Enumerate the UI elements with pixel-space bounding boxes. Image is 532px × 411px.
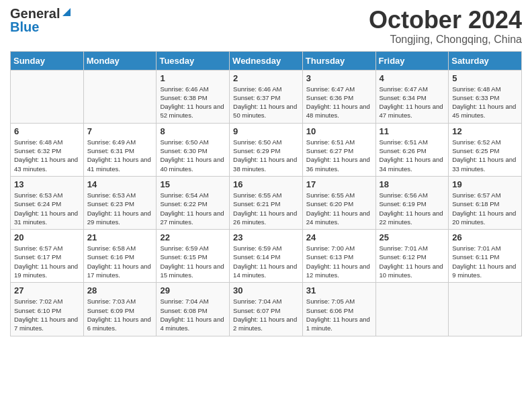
calendar-cell [83, 70, 157, 123]
logo-icon [61, 7, 72, 17]
month-title: October 2024 [369, 7, 522, 34]
weekday-header-saturday: Saturday [449, 51, 522, 70]
day-number: 6 [14, 126, 80, 136]
calendar-cell: 19Sunrise: 6:57 AM Sunset: 6:18 PM Dayli… [449, 176, 522, 229]
day-number: 11 [380, 126, 445, 136]
calendar-cell: 15Sunrise: 6:54 AM Sunset: 6:22 PM Dayli… [157, 176, 230, 229]
calendar-cell: 7Sunrise: 6:49 AM Sunset: 6:31 PM Daylig… [83, 123, 157, 176]
calendar-cell: 22Sunrise: 6:59 AM Sunset: 6:15 PM Dayli… [157, 230, 230, 283]
day-info: Sunrise: 6:50 AM Sunset: 6:30 PM Dayligh… [160, 138, 226, 173]
calendar-cell: 18Sunrise: 6:56 AM Sunset: 6:19 PM Dayli… [375, 176, 449, 229]
calendar-header-row: SundayMondayTuesdayWednesdayThursdayFrid… [11, 51, 522, 70]
day-info: Sunrise: 7:00 AM Sunset: 6:13 PM Dayligh… [306, 244, 372, 279]
calendar-cell: 29Sunrise: 7:04 AM Sunset: 6:08 PM Dayli… [157, 283, 230, 336]
calendar-cell [449, 283, 522, 336]
day-info: Sunrise: 6:55 AM Sunset: 6:21 PM Dayligh… [233, 191, 299, 226]
calendar-cell: 26Sunrise: 7:01 AM Sunset: 6:11 PM Dayli… [449, 230, 522, 283]
day-number: 3 [306, 73, 372, 83]
calendar-table: SundayMondayTuesdayWednesdayThursdayFrid… [10, 51, 522, 336]
day-number: 30 [233, 285, 299, 295]
day-info: Sunrise: 6:53 AM Sunset: 6:24 PM Dayligh… [14, 191, 80, 226]
day-info: Sunrise: 6:51 AM Sunset: 6:26 PM Dayligh… [380, 138, 445, 173]
day-number: 14 [87, 179, 153, 189]
calendar-cell: 23Sunrise: 6:59 AM Sunset: 6:14 PM Dayli… [230, 230, 303, 283]
day-info: Sunrise: 7:05 AM Sunset: 6:06 PM Dayligh… [306, 297, 372, 332]
weekday-header-tuesday: Tuesday [157, 51, 230, 70]
weekday-header-thursday: Thursday [302, 51, 375, 70]
calendar-cell: 1Sunrise: 6:46 AM Sunset: 6:38 PM Daylig… [157, 70, 230, 123]
day-number: 25 [380, 232, 445, 242]
day-number: 18 [380, 179, 445, 189]
calendar-cell: 4Sunrise: 6:47 AM Sunset: 6:34 PM Daylig… [375, 70, 449, 123]
calendar-cell: 10Sunrise: 6:51 AM Sunset: 6:27 PM Dayli… [302, 123, 375, 176]
svg-marker-0 [62, 8, 71, 16]
day-info: Sunrise: 6:48 AM Sunset: 6:32 PM Dayligh… [14, 138, 80, 173]
day-info: Sunrise: 6:54 AM Sunset: 6:22 PM Dayligh… [160, 191, 226, 226]
calendar-cell: 5Sunrise: 6:48 AM Sunset: 6:33 PM Daylig… [449, 70, 522, 123]
day-number: 17 [306, 179, 372, 189]
day-number: 12 [452, 126, 518, 136]
day-info: Sunrise: 6:52 AM Sunset: 6:25 PM Dayligh… [452, 138, 518, 173]
calendar-week-row: 1Sunrise: 6:46 AM Sunset: 6:38 PM Daylig… [11, 70, 522, 123]
calendar-week-row: 6Sunrise: 6:48 AM Sunset: 6:32 PM Daylig… [11, 123, 522, 176]
day-info: Sunrise: 7:02 AM Sunset: 6:10 PM Dayligh… [14, 297, 80, 332]
calendar-cell: 2Sunrise: 6:46 AM Sunset: 6:37 PM Daylig… [230, 70, 303, 123]
day-number: 29 [160, 285, 226, 295]
day-number: 21 [87, 232, 153, 242]
calendar-cell: 28Sunrise: 7:03 AM Sunset: 6:09 PM Dayli… [83, 283, 157, 336]
day-info: Sunrise: 6:57 AM Sunset: 6:17 PM Dayligh… [14, 244, 80, 279]
calendar-cell: 16Sunrise: 6:55 AM Sunset: 6:21 PM Dayli… [230, 176, 303, 229]
calendar-cell: 27Sunrise: 7:02 AM Sunset: 6:10 PM Dayli… [11, 283, 84, 336]
calendar-cell: 13Sunrise: 6:53 AM Sunset: 6:24 PM Dayli… [11, 176, 84, 229]
day-info: Sunrise: 6:59 AM Sunset: 6:14 PM Dayligh… [233, 244, 299, 279]
calendar-cell [11, 70, 84, 123]
day-info: Sunrise: 6:51 AM Sunset: 6:27 PM Dayligh… [306, 138, 372, 173]
day-info: Sunrise: 6:56 AM Sunset: 6:19 PM Dayligh… [380, 191, 445, 226]
day-number: 15 [160, 179, 226, 189]
day-number: 28 [87, 285, 153, 295]
day-info: Sunrise: 6:46 AM Sunset: 6:38 PM Dayligh… [160, 85, 226, 120]
calendar-cell [375, 283, 449, 336]
calendar-cell: 24Sunrise: 7:00 AM Sunset: 6:13 PM Dayli… [302, 230, 375, 283]
day-number: 20 [14, 232, 80, 242]
page-container: General Blue October 2024 Tongjing, Chon… [0, 0, 532, 347]
day-info: Sunrise: 7:01 AM Sunset: 6:11 PM Dayligh… [452, 244, 518, 279]
day-info: Sunrise: 6:50 AM Sunset: 6:29 PM Dayligh… [233, 138, 299, 173]
day-number: 2 [233, 73, 299, 83]
day-number: 9 [233, 126, 299, 136]
calendar-cell: 17Sunrise: 6:55 AM Sunset: 6:20 PM Dayli… [302, 176, 375, 229]
day-info: Sunrise: 6:57 AM Sunset: 6:18 PM Dayligh… [452, 191, 518, 226]
day-info: Sunrise: 6:48 AM Sunset: 6:33 PM Dayligh… [452, 85, 518, 120]
day-number: 27 [14, 285, 80, 295]
location-title: Tongjing, Chongqing, China [369, 34, 522, 46]
day-number: 16 [233, 179, 299, 189]
day-info: Sunrise: 6:58 AM Sunset: 6:16 PM Dayligh… [87, 244, 153, 279]
calendar-cell: 30Sunrise: 7:04 AM Sunset: 6:07 PM Dayli… [230, 283, 303, 336]
calendar-cell: 20Sunrise: 6:57 AM Sunset: 6:17 PM Dayli… [11, 230, 84, 283]
calendar-cell: 6Sunrise: 6:48 AM Sunset: 6:32 PM Daylig… [11, 123, 84, 176]
day-number: 22 [160, 232, 226, 242]
calendar-cell: 11Sunrise: 6:51 AM Sunset: 6:26 PM Dayli… [375, 123, 449, 176]
logo-blue-text: Blue [10, 20, 39, 34]
day-number: 31 [306, 285, 372, 295]
day-info: Sunrise: 6:55 AM Sunset: 6:20 PM Dayligh… [306, 191, 372, 226]
day-info: Sunrise: 6:49 AM Sunset: 6:31 PM Dayligh… [87, 138, 153, 173]
calendar-cell: 14Sunrise: 6:53 AM Sunset: 6:23 PM Dayli… [83, 176, 157, 229]
calendar-cell: 8Sunrise: 6:50 AM Sunset: 6:30 PM Daylig… [157, 123, 230, 176]
day-number: 10 [306, 126, 372, 136]
day-number: 19 [452, 179, 518, 189]
day-number: 26 [452, 232, 518, 242]
day-number: 24 [306, 232, 372, 242]
calendar-week-row: 27Sunrise: 7:02 AM Sunset: 6:10 PM Dayli… [11, 283, 522, 336]
day-number: 7 [87, 126, 153, 136]
weekday-header-monday: Monday [83, 51, 157, 70]
calendar-cell: 21Sunrise: 6:58 AM Sunset: 6:16 PM Dayli… [83, 230, 157, 283]
title-area: October 2024 Tongjing, Chongqing, China [369, 7, 522, 46]
day-number: 5 [452, 73, 518, 83]
day-number: 1 [160, 73, 226, 83]
day-number: 4 [380, 73, 445, 83]
calendar-cell: 12Sunrise: 6:52 AM Sunset: 6:25 PM Dayli… [449, 123, 522, 176]
logo-general-text: General [10, 7, 60, 20]
day-info: Sunrise: 6:53 AM Sunset: 6:23 PM Dayligh… [87, 191, 153, 226]
header: General Blue October 2024 Tongjing, Chon… [10, 7, 522, 46]
